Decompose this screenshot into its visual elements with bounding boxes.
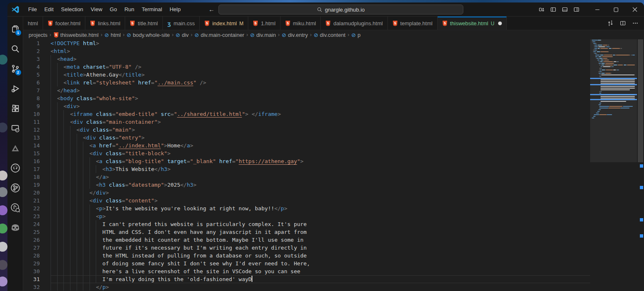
code-line-2[interactable]: <html> (51, 47, 590, 55)
activity-item-git-inspect[interactable] (7, 198, 23, 218)
maximize-button[interactable] (607, 2, 625, 17)
code-line-29[interactable]: of doing some fancy shit I don't see why… (51, 260, 590, 267)
tab-miku.html[interactable]: 5miku.html (281, 17, 321, 30)
code-line-7[interactable]: </head> (51, 87, 590, 94)
breadcrumb-item-thiswebsite.html[interactable]: 5thiswebsite.html (53, 32, 99, 38)
line-number[interactable]: 23 (23, 212, 40, 220)
line-number-gutter[interactable]: 1234567891011121314151617181920212223242… (23, 39, 51, 291)
line-number[interactable]: 17 (23, 165, 40, 173)
activity-item-git-branch-circle[interactable] (7, 178, 23, 198)
line-number[interactable]: 24 (23, 220, 40, 228)
code-line-4[interactable]: <meta charset="UTF-8" /> (51, 63, 590, 71)
nav-back-button[interactable]: ← (208, 6, 215, 13)
activity-item-github[interactable] (7, 158, 23, 178)
close-window-button[interactable] (625, 2, 644, 17)
code-line-6[interactable]: <link rel="stylesheet" href="../main.css… (51, 79, 590, 87)
vertical-scrollbar[interactable] (637, 39, 644, 291)
line-number[interactable]: 21 (23, 197, 40, 204)
code-line-22[interactable]: <p>It's the website you're looking at ri… (51, 204, 590, 212)
code-line-26[interactable]: the embedded hit counter at the bottom. … (51, 236, 590, 244)
tab-links.html[interactable]: 5links.html (85, 17, 125, 30)
code-line-9[interactable]: <div> (51, 102, 590, 110)
line-number[interactable]: 14 (23, 142, 40, 149)
breadcrumb-item-div.main-container[interactable]: ⊘div.main-container (194, 32, 244, 38)
line-number[interactable]: 32 (23, 283, 40, 291)
line-number[interactable]: 19 (23, 181, 40, 189)
line-number[interactable]: 4 (23, 63, 40, 71)
line-number[interactable]: 10 (23, 110, 40, 118)
activity-item-run-debug[interactable] (7, 79, 23, 99)
activity-item-extensions[interactable] (7, 99, 23, 118)
line-number[interactable]: 31 (23, 275, 40, 283)
line-number[interactable]: 6 (23, 79, 40, 87)
line-number[interactable]: 28 (23, 252, 40, 260)
customize-layout-button[interactable] (536, 4, 547, 15)
code-area[interactable]: <!DOCTYPE html><html><head><meta charset… (51, 39, 590, 291)
menu-help[interactable]: Help (166, 5, 184, 14)
line-number[interactable]: 26 (23, 236, 40, 244)
line-number[interactable]: 12 (23, 126, 40, 134)
code-line-24[interactable]: I can't pretend this website is particul… (51, 220, 590, 228)
menu-terminal[interactable]: Terminal (138, 5, 166, 14)
breadcrumb-item-div.content[interactable]: ⊘div.content (314, 32, 346, 38)
line-number[interactable]: 22 (23, 204, 40, 212)
menu-file[interactable]: File (24, 5, 41, 14)
tab-thiswebsite.html[interactable]: 5thiswebsite.htmlU (438, 17, 507, 30)
line-number[interactable]: 16 (23, 157, 40, 165)
line-number[interactable]: 11 (23, 118, 40, 126)
code-line-30[interactable]: here's a live screenshot of the site in … (51, 267, 590, 275)
code-line-5[interactable]: <title>Athene.Gay</title> (51, 71, 590, 79)
toggle-primary-sidebar-button[interactable] (547, 4, 559, 15)
activity-item-godot-tools[interactable] (7, 218, 23, 238)
line-number[interactable]: 3 (23, 55, 40, 63)
line-number[interactable]: 8 (23, 94, 40, 102)
tab-template.html[interactable]: 5template.html (388, 17, 438, 30)
minimap-slider[interactable] (590, 39, 637, 162)
code-line-15[interactable]: <div class="title-block"> (51, 149, 590, 157)
line-number[interactable]: 30 (23, 267, 40, 275)
line-number[interactable]: 7 (23, 87, 40, 94)
code-line-19[interactable]: <h3 class="datestamp">2025</h3> (51, 181, 590, 189)
line-number[interactable]: 1 (23, 39, 40, 47)
scrollbar-slider[interactable] (638, 39, 643, 162)
breadcrumb-item-p[interactable]: ⊘p (351, 32, 361, 38)
more-actions-button[interactable] (630, 18, 641, 28)
line-number[interactable]: 2 (23, 47, 40, 55)
line-number[interactable]: 15 (23, 149, 40, 157)
open-changes-button[interactable] (605, 18, 616, 28)
line-number[interactable]: 29 (23, 260, 40, 267)
activity-item-remote-explorer[interactable] (7, 118, 23, 138)
minimize-button[interactable] (588, 2, 607, 17)
split-editor-button[interactable] (617, 18, 628, 28)
code-line-10[interactable]: <iframe class="embed-title" src="../shar… (51, 110, 590, 118)
activity-item-triangle-a-extension[interactable] (7, 138, 23, 158)
code-line-17[interactable]: <h3>This Website</h3> (51, 165, 590, 173)
code-line-16[interactable]: <a class="blog-title" target="_blank" hr… (51, 157, 590, 165)
line-number[interactable]: 20 (23, 189, 40, 197)
code-line-23[interactable]: <p> (51, 212, 590, 220)
code-line-18[interactable]: </a> (51, 173, 590, 181)
code-line-28[interactable]: the HTML instead of pulling from a datab… (51, 252, 590, 260)
breadcrumb-item-div.entry[interactable]: ⊘div.entry (282, 32, 308, 38)
minimap[interactable] (590, 39, 637, 291)
code-line-21[interactable]: <div class="content"> (51, 197, 590, 204)
line-number[interactable]: 5 (23, 71, 40, 79)
code-line-12[interactable]: <div class="main"> (51, 126, 590, 134)
breadcrumb-item-div.main[interactable]: ⊘div.main (250, 32, 276, 38)
tab-footer.html[interactable]: 5footer.html (43, 17, 86, 30)
editor-pane[interactable]: 1234567891011121314151617181920212223242… (23, 39, 644, 291)
line-number[interactable]: 13 (23, 134, 40, 142)
code-line-3[interactable]: <head> (51, 55, 590, 63)
code-line-27[interactable]: future if it's necessary but I'm writing… (51, 244, 590, 252)
breadcrumb-item-body.whole-site[interactable]: ⊘body.whole-site (126, 32, 169, 38)
tab-main.css[interactable]: ʒmain.css (163, 17, 200, 30)
code-line-32[interactable]: </p> (51, 283, 590, 291)
tab-1.html[interactable]: 51.html (248, 17, 280, 30)
menu-run[interactable]: Run (121, 5, 138, 14)
code-line-31[interactable]: I'm really doing this the 'old-fashioned… (51, 275, 590, 283)
line-number[interactable]: 9 (23, 102, 40, 110)
code-line-8[interactable]: <body class="whole-site"> (51, 94, 590, 102)
unsaved-dot-icon[interactable] (498, 22, 502, 25)
menu-view[interactable]: View (87, 5, 106, 14)
breadcrumb-item-html[interactable]: ⊘html (104, 32, 121, 38)
